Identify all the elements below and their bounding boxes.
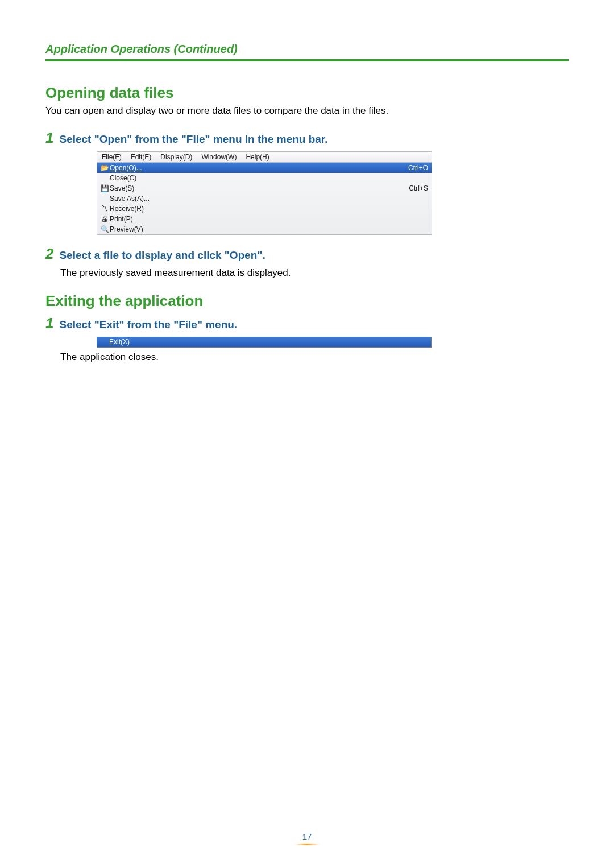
pulse-icon: 〽 [99,205,110,213]
header-rule [45,59,569,61]
menubar-help[interactable]: Help(H) [241,153,273,161]
menu-item-close[interactable]: Close(C) [97,173,432,183]
menubar-file[interactable]: File(F) [97,153,126,161]
opening-intro-text: You can open and display two or more dat… [45,105,569,117]
menu-item-label: Preview(V) [110,225,422,233]
step-open-2-text: The previously saved measurement data is… [60,267,569,279]
menubar-display[interactable]: Display(D) [156,153,197,161]
menu-item-label: Receive(R) [110,205,422,213]
menu-item-label: Exit(X) [109,338,130,346]
step-number: 1 [45,316,53,330]
menu-item-print[interactable]: 🖨 Print(P) [97,214,432,224]
open-folder-icon: 📂 [99,164,110,172]
menu-item-open[interactable]: 📂 Open(O)... Ctrl+O [97,163,432,173]
exit-result-text: The application closes. [60,352,569,363]
step-open-2: 2 Select a file to display and click "Op… [45,246,569,262]
menu-item-label: Save As(A)... [110,195,422,202]
menu-item-label: Open(O)... [110,164,403,172]
menu-item-label: Close(C) [110,174,422,182]
menubar-edit[interactable]: Edit(E) [126,153,156,161]
menu-item-shortcut: Ctrl+O [403,164,428,172]
file-menu-screenshot: File(F) Edit(E) Display(D) Window(W) Hel… [97,151,432,235]
menubar-window[interactable]: Window(W) [197,153,241,161]
step-number: 1 [45,130,53,145]
menu-item-save[interactable]: 💾 Save(S) Ctrl+S [97,183,432,193]
save-disk-icon: 💾 [99,184,110,192]
heading-exiting-application: Exiting the application [45,292,569,310]
printer-icon: 🖨 [99,215,110,223]
section-header: Application Operations (Continued) [45,43,569,56]
menu-item-label: Save(S) [110,184,403,192]
menu-item-save-as[interactable]: Save As(A)... [97,193,432,204]
heading-opening-data-files: Opening data files [45,84,569,102]
menu-item-preview[interactable]: 🔍 Preview(V) [97,224,432,234]
file-dropdown: 📂 Open(O)... Ctrl+O Close(C) 💾 Save(S) C… [97,163,432,235]
page-number-underline [294,844,320,845]
step-open-1: 1 Select "Open" from the "File" menu in … [45,130,569,146]
step-number: 2 [45,246,53,261]
menu-item-receive[interactable]: 〽 Receive(R) [97,204,432,214]
menu-item-shortcut: Ctrl+S [403,184,428,192]
step-title: Select "Exit" from the "File" menu. [59,319,237,331]
page-footer: 17 [0,832,614,845]
menu-item-label: Print(P) [110,215,422,223]
page-number: 17 [302,832,312,844]
step-exit-1: 1 Select "Exit" from the "File" menu. [45,316,569,331]
menubar: File(F) Edit(E) Display(D) Window(W) Hel… [97,151,432,163]
step-title: Select "Open" from the "File" menu in th… [59,133,327,146]
menu-item-exit[interactable]: Exit(X) [97,337,432,348]
step-title: Select a file to display and click "Open… [59,249,265,262]
magnifier-icon: 🔍 [99,225,110,233]
